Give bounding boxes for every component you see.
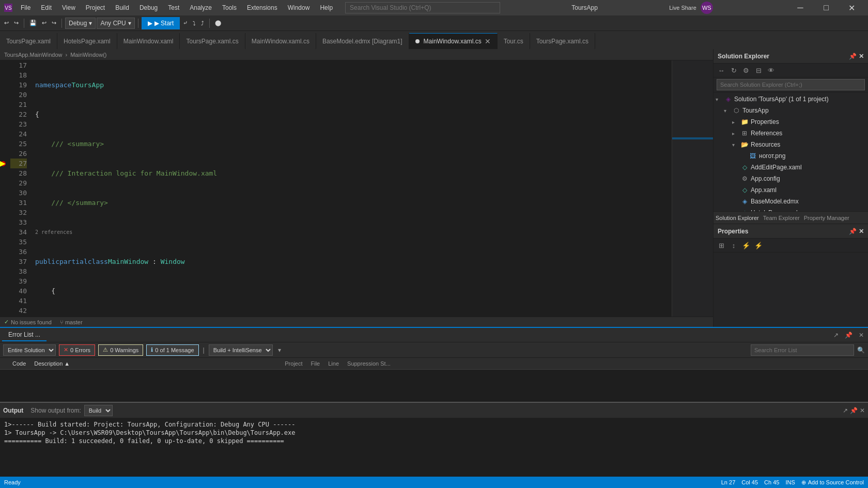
col-icon[interactable]: [0, 359, 8, 368]
toolbar-breakpoint[interactable]: ⬤: [213, 17, 223, 29]
tab-hotelspage-xaml[interactable]: HotelsPage.xaml: [57, 33, 117, 49]
bottom-panel-close[interactable]: ✕: [857, 332, 866, 339]
props-event-btn[interactable]: ⚡: [753, 240, 764, 251]
se-search-input[interactable]: [717, 79, 865, 90]
se-item-addeditpage[interactable]: ◇ AddEditPage.xaml: [714, 162, 868, 173]
tab-mainwindow-xaml-cs-inactive[interactable]: MainWindow.xaml.cs: [245, 33, 316, 49]
toolbar-forward[interactable]: ↪: [12, 17, 21, 29]
live-share-btn[interactable]: Live Share: [669, 5, 696, 11]
tab-tourspage-xaml-cs-2[interactable]: ToursPage.xaml.cs: [530, 33, 595, 49]
status-ready[interactable]: Ready: [4, 479, 21, 485]
se-tab-solution-explorer[interactable]: Solution Explorer: [716, 215, 759, 221]
col-file[interactable]: File: [307, 359, 324, 368]
error-filter-messages[interactable]: ℹ 0 of 1 Message: [146, 344, 198, 356]
error-search-input[interactable]: [751, 344, 854, 356]
props-pin-btn[interactable]: 📌: [849, 228, 857, 235]
toolbar-undo[interactable]: ↩: [40, 17, 49, 29]
title-search-input[interactable]: [345, 2, 500, 13]
minimize-button[interactable]: ─: [788, 0, 812, 15]
menu-window[interactable]: Window: [284, 3, 314, 12]
props-filter-btn[interactable]: ⚡: [740, 240, 752, 251]
tab-tour-cs[interactable]: Tour.cs: [498, 33, 530, 49]
se-show-all-btn[interactable]: 👁: [765, 65, 777, 76]
props-close-btn[interactable]: ✕: [859, 228, 864, 235]
se-sync-btn[interactable]: ↔: [716, 65, 727, 76]
col-description[interactable]: Description ▲: [30, 359, 74, 368]
col-line[interactable]: Line: [324, 359, 343, 368]
toolbar-redo[interactable]: ↪: [50, 17, 58, 29]
se-filter-btn[interactable]: ⚙: [740, 65, 752, 76]
menu-help[interactable]: Help: [316, 3, 337, 12]
toolbar-step-out[interactable]: ⤴: [199, 17, 206, 29]
status-add-source-control[interactable]: ⊕ Add to Source Control: [801, 479, 864, 486]
se-tab-team-explorer[interactable]: Team Explorer: [763, 215, 800, 221]
breadcrumb-path[interactable]: ToursApp.MainWindow: [4, 52, 63, 58]
maximize-button[interactable]: □: [814, 0, 838, 15]
output-source-select[interactable]: Build: [84, 405, 113, 416]
menu-view[interactable]: View: [58, 3, 80, 12]
output-pin-btn[interactable]: 📌: [850, 407, 858, 414]
se-item-properties[interactable]: ▸ 📁 Properties: [714, 116, 868, 128]
props-grid-btn[interactable]: ⊞: [716, 240, 727, 251]
menu-tools[interactable]: Tools: [218, 3, 241, 12]
status-ins[interactable]: INS: [785, 479, 795, 486]
se-collapse-btn[interactable]: ⊟: [753, 65, 764, 76]
error-filter-errors[interactable]: ✕ 0 Errors: [59, 344, 95, 356]
se-item-references[interactable]: ▸ ⊞ References: [714, 128, 868, 139]
status-col[interactable]: Col 45: [741, 479, 758, 486]
error-scope-select[interactable]: Entire Solution: [3, 344, 56, 356]
col-project[interactable]: Project: [281, 359, 306, 368]
output-close-btn[interactable]: ✕: [860, 407, 865, 414]
toolbar-step-over[interactable]: ⤶: [181, 17, 190, 29]
close-button[interactable]: ✕: [840, 0, 864, 15]
menu-edit[interactable]: Edit: [37, 3, 56, 12]
tab-mainwindow-xaml[interactable]: MainWindow.xaml: [117, 33, 180, 49]
se-close-btn[interactable]: ✕: [859, 53, 864, 60]
platform-dropdown[interactable]: Any CPU ▾: [97, 18, 134, 29]
menu-debug[interactable]: Debug: [135, 3, 162, 12]
se-pin-btn[interactable]: 📌: [849, 53, 857, 60]
menu-build[interactable]: Build: [111, 3, 133, 12]
props-sort-btn[interactable]: ↕: [728, 240, 739, 251]
output-float-btn[interactable]: ↗: [843, 407, 848, 414]
tab-mainwindow-xaml-cs-active[interactable]: MainWindow.xaml.cs ✕: [409, 33, 498, 49]
se-item-project[interactable]: ▾ ⬡ ToursApp: [714, 105, 868, 116]
menu-analyze[interactable]: Analyze: [185, 3, 216, 12]
menu-extensions[interactable]: Extensions: [243, 3, 282, 12]
start-debug-button[interactable]: ▶ ▶ Start: [142, 17, 180, 29]
se-item-appxaml[interactable]: ◇ App.xaml: [714, 184, 868, 196]
tab-tourspage-xaml-cs[interactable]: ToursPage.xaml.cs: [180, 33, 245, 49]
debug-mode-dropdown[interactable]: Debug ▾: [65, 18, 96, 29]
se-tab-property-manager[interactable]: Property Manager: [804, 215, 849, 221]
menu-project[interactable]: Project: [82, 3, 109, 12]
se-item-resources[interactable]: ▾ 📂 Resources: [714, 139, 868, 150]
col-suppression[interactable]: Suppression St...: [343, 359, 395, 368]
error-search-btn[interactable]: 🔍: [857, 347, 865, 354]
col-code[interactable]: Code: [8, 359, 30, 368]
menu-test[interactable]: Test: [164, 3, 183, 12]
se-item-image[interactable]: 🖼 ногот.png: [714, 150, 868, 162]
bottom-panel-pin[interactable]: 📌: [843, 332, 855, 339]
menu-file[interactable]: File: [17, 3, 35, 12]
se-item-appconfig[interactable]: ⚙ App.config: [714, 173, 868, 184]
breadcrumb-member[interactable]: MainWindow(): [70, 52, 106, 58]
tab-tourspage-xaml[interactable]: ToursPage.xaml: [0, 33, 57, 49]
code-editor[interactable]: namespace ToursApp { /// <summary> /// I…: [31, 60, 672, 317]
tab-basemodel-edmx[interactable]: BaseModel.edmx [Diagram1]: [316, 33, 409, 49]
toolbar-back[interactable]: ↩: [2, 17, 11, 29]
se-refresh-btn[interactable]: ↻: [728, 65, 739, 76]
tab-error-list[interactable]: Error List ...: [2, 329, 47, 341]
toolbar-save-all[interactable]: 💾: [27, 17, 39, 29]
title-search-box[interactable]: [345, 2, 500, 13]
se-item-basemodel[interactable]: ◈ BaseModel.edmx: [714, 196, 868, 207]
se-item-solution[interactable]: ▾ ◈ Solution 'ToursApp' (1 of 1 project): [714, 93, 868, 105]
status-ch[interactable]: Ch 45: [764, 479, 779, 486]
build-source-select[interactable]: Build + IntelliSense: [209, 344, 273, 356]
toolbar-step-into[interactable]: ⤵: [191, 17, 198, 29]
tab-close-button[interactable]: ✕: [485, 38, 491, 45]
se-item-hotelspage[interactable]: ◇ HotelsPage.xaml: [714, 207, 868, 211]
error-filter-warnings[interactable]: ⚠ 0 Warnings: [98, 344, 143, 356]
bottom-panel-float[interactable]: ↗: [831, 332, 841, 339]
build-option-dropdown[interactable]: ▾: [278, 347, 281, 354]
status-ln[interactable]: Ln 27: [721, 479, 736, 486]
